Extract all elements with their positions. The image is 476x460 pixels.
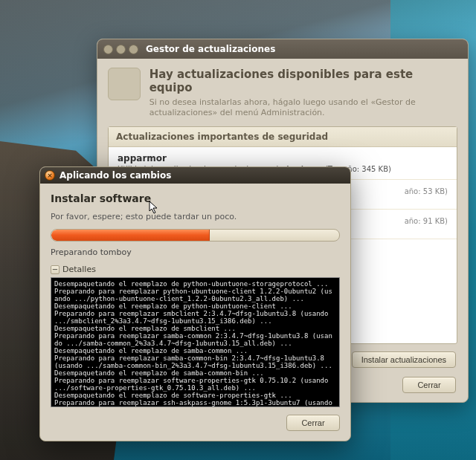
- progress-bar: [51, 229, 340, 242]
- window-button[interactable]: [116, 45, 126, 54]
- expander-icon: −: [51, 265, 60, 274]
- progress-title: Aplicando los cambios: [60, 170, 171, 181]
- progress-status: Preparando tomboy: [51, 247, 340, 257]
- close-button[interactable]: Cerrar: [286, 415, 340, 431]
- window-button[interactable]: [103, 45, 113, 54]
- update-item-name: apparmor: [118, 153, 448, 163]
- header-title: Hay actualizaciones disponibles para est…: [149, 68, 457, 94]
- progress-dialog: × Aplicando los cambios Instalar softwar…: [39, 166, 351, 441]
- updates-section-label: Actualizaciones importantes de seguridad: [109, 127, 457, 147]
- update-manager-titlebar[interactable]: Gestor de actualizaciones: [97, 39, 468, 59]
- update-icon: [108, 68, 141, 100]
- terminal-output: Desempaquetando el reemplazo de python-u…: [51, 277, 340, 407]
- details-expander[interactable]: − Detalles: [51, 265, 340, 274]
- install-updates-button[interactable]: Instalar actualizaciones: [352, 352, 456, 368]
- progress-heading: Instalar software: [51, 192, 340, 204]
- progress-fill: [51, 230, 210, 241]
- update-manager-title: Gestor de actualizaciones: [146, 44, 275, 54]
- close-button[interactable]: Cerrar: [402, 377, 456, 393]
- details-label: Detalles: [62, 265, 96, 274]
- header-subtitle: Si no desea instalarlas ahora, hágalo lu…: [149, 97, 432, 119]
- close-icon[interactable]: ×: [45, 170, 55, 181]
- progress-message: Por favor, espere; esto puede tardar un …: [51, 212, 340, 221]
- window-button[interactable]: [129, 45, 138, 54]
- progress-titlebar[interactable]: × Aplicando los cambios: [40, 167, 350, 184]
